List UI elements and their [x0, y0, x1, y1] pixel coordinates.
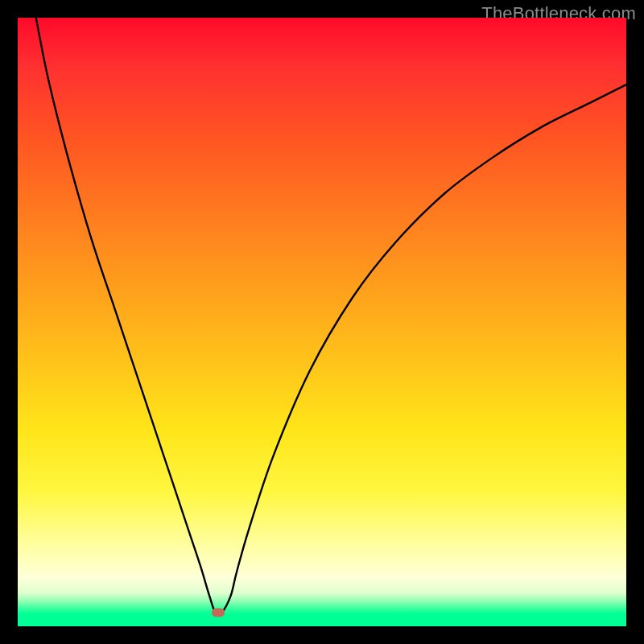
minimum-marker	[212, 609, 225, 617]
chart-stage: TheBottleneck.com	[0, 0, 644, 644]
plot-area	[18, 18, 626, 626]
bottleneck-curve	[18, 18, 626, 626]
